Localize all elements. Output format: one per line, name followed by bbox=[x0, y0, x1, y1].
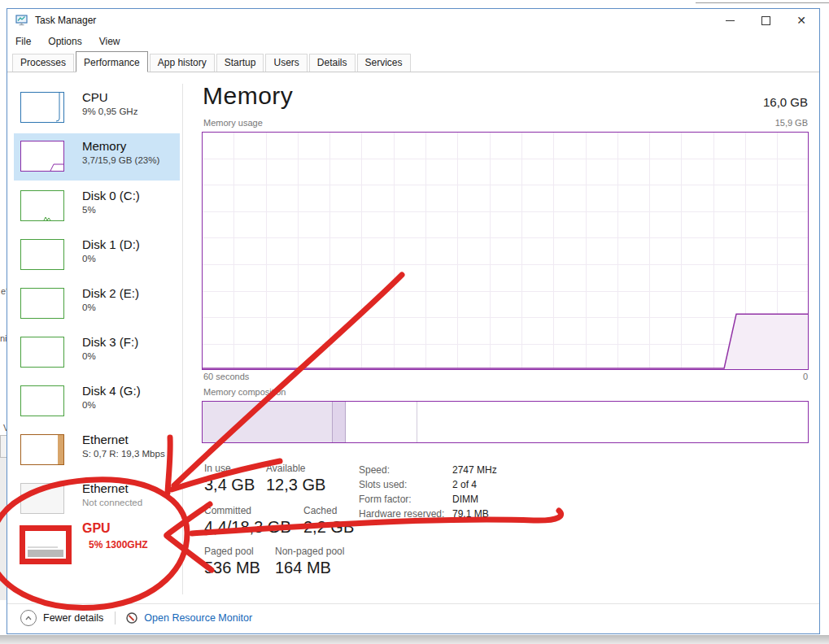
tab-processes[interactable]: Processes bbox=[12, 54, 74, 72]
sidebar-item-sub: 3,7/15,9 GB (23%) bbox=[82, 155, 159, 165]
fewer-details-label[interactable]: Fewer details bbox=[43, 612, 103, 624]
detail-value: 2747 MHz bbox=[452, 464, 497, 476]
detail-label: Form factor: bbox=[359, 494, 412, 505]
sidebar-item-label: Disk 3 (F:) bbox=[82, 335, 138, 349]
minimize-icon bbox=[726, 20, 735, 21]
disk-mini-graph bbox=[20, 288, 64, 319]
gpu-annotation-sub: 5% 1300GHZ bbox=[89, 539, 148, 550]
open-resource-monitor-link[interactable]: Open Resource Monitor bbox=[144, 612, 252, 624]
menu-options[interactable]: Options bbox=[48, 36, 90, 47]
usage-scale-max: 15,9 GB bbox=[775, 118, 808, 128]
task-manager-icon bbox=[15, 14, 28, 27]
stat-value: 3,4 GB bbox=[204, 476, 255, 494]
disk-mini-graph bbox=[20, 337, 64, 368]
cpu-mini-graph bbox=[20, 92, 64, 123]
stat-value: 12,3 GB bbox=[266, 476, 325, 494]
chevron-up-icon bbox=[24, 613, 33, 623]
background-line bbox=[696, 2, 829, 3]
composition-segment-in-use bbox=[203, 402, 333, 442]
sidebar-item-disk1[interactable]: Disk 1 (D:) 0% bbox=[14, 232, 180, 279]
memory-capacity: 16,0 GB bbox=[763, 95, 808, 109]
sidebar-item-sub: S: 0,7 R: 19,3 Mbps bbox=[82, 449, 165, 459]
tab-services[interactable]: Services bbox=[357, 54, 411, 72]
menu-view[interactable]: View bbox=[99, 36, 129, 47]
detail-value: 79,1 MB bbox=[452, 508, 489, 520]
detail-label: Hardware reserved: bbox=[359, 508, 444, 520]
sidebar-item-disk0[interactable]: Disk 0 (C:) 5% bbox=[14, 183, 180, 230]
resource-monitor-icon bbox=[125, 611, 138, 624]
footer-divider bbox=[115, 611, 116, 624]
stat-value: 2,2 GB bbox=[303, 518, 354, 537]
sidebar-item-label: Disk 1 (D:) bbox=[82, 237, 140, 251]
composition-segment-free bbox=[417, 402, 808, 442]
maximize-button[interactable] bbox=[748, 9, 783, 32]
gpu-annotation-label: GPU bbox=[82, 521, 111, 536]
stat-label: In use bbox=[204, 463, 231, 474]
background-window-fragment bbox=[0, 458, 7, 600]
disk-mini-graph bbox=[20, 385, 64, 416]
detail-label: Slots used: bbox=[359, 479, 407, 490]
tab-startup[interactable]: Startup bbox=[216, 54, 264, 72]
detail-value: 2 of 4 bbox=[452, 479, 477, 490]
sidebar-item-disk3[interactable]: Disk 3 (F:) 0% bbox=[14, 329, 180, 376]
maximize-icon bbox=[761, 16, 770, 25]
sidebar-item-disk2[interactable]: Disk 2 (E:) 0% bbox=[14, 281, 180, 328]
gpu-annotation-line bbox=[28, 546, 58, 548]
memory-mini-graph bbox=[20, 141, 64, 172]
window-title: Task Manager bbox=[35, 15, 96, 26]
minimize-button[interactable] bbox=[712, 9, 748, 32]
sidebar-item-label: Memory bbox=[82, 139, 126, 153]
usage-chart-label: Memory usage bbox=[203, 118, 263, 128]
stat-label: Paged pool bbox=[204, 546, 254, 557]
composition-segment-standby bbox=[346, 402, 418, 442]
sidebar-item-sub: Not connected bbox=[82, 498, 142, 507]
memory-usage-chart bbox=[202, 132, 809, 370]
tab-details[interactable]: Details bbox=[309, 54, 356, 72]
stat-value: 4,4/18,3 GB bbox=[204, 518, 291, 537]
stat-label: Committed bbox=[204, 505, 251, 516]
ethernet-mini-graph bbox=[20, 483, 64, 514]
x-axis-right-label: 0 bbox=[803, 372, 808, 381]
sidebar-item-label: Disk 0 (C:) bbox=[82, 189, 140, 202]
tab-app-history[interactable]: App history bbox=[150, 54, 215, 72]
sidebar-item-label: Ethernet bbox=[82, 433, 129, 446]
ethernet-mini-graph bbox=[20, 434, 64, 465]
stat-label: Available bbox=[266, 463, 305, 474]
titlebar[interactable]: Task Manager ✕ bbox=[7, 9, 819, 32]
sidebar-item-label: Disk 2 (E:) bbox=[82, 286, 139, 300]
page-title: Memory bbox=[203, 82, 293, 110]
sidebar-item-sub: 0% bbox=[82, 302, 96, 312]
detail-label: Speed: bbox=[359, 464, 390, 476]
tab-strip: Processes Performance App history Startu… bbox=[7, 51, 819, 72]
gpu-annotation-bar bbox=[28, 550, 63, 557]
menu-bar: File Options View bbox=[7, 32, 819, 51]
sidebar-item-sub: 0% bbox=[82, 400, 96, 410]
sidebar-item-label: Ethernet bbox=[82, 481, 129, 495]
disk-mini-graph bbox=[20, 190, 64, 221]
stat-label: Cached bbox=[303, 505, 337, 516]
sidebar-item-sub: 9% 0,95 GHz bbox=[82, 107, 137, 116]
sidebar-item-disk4[interactable]: Disk 4 (G:) 0% bbox=[14, 378, 180, 425]
sidebar-item-sub: 0% bbox=[82, 254, 96, 263]
menu-file[interactable]: File bbox=[15, 36, 40, 47]
gpu-annotation-thumbnail bbox=[20, 525, 72, 564]
disk-mini-graph bbox=[20, 239, 64, 270]
stat-value: 164 MB bbox=[275, 559, 331, 577]
sidebar-item-sub: 0% bbox=[82, 351, 96, 361]
detail-value: DIMM bbox=[452, 494, 478, 505]
stat-label: Non-paged pool bbox=[275, 546, 344, 557]
composition-segment-modified bbox=[333, 402, 346, 442]
sidebar-item-sub: 5% bbox=[82, 205, 96, 215]
footer-bar: Fewer details Open Resource Monitor bbox=[20, 609, 252, 627]
tab-performance[interactable]: Performance bbox=[76, 51, 148, 72]
sidebar-item-ethernet-disconnected[interactable]: Ethernet Not connected bbox=[14, 476, 180, 523]
sidebar-item-cpu[interactable]: CPU 9% 0,95 GHz bbox=[14, 85, 180, 132]
sidebar-item-ethernet[interactable]: Ethernet S: 0,7 R: 19,3 Mbps bbox=[14, 427, 180, 474]
fewer-details-button[interactable] bbox=[20, 610, 37, 626]
tab-users[interactable]: Users bbox=[265, 54, 307, 72]
sidebar-item-memory[interactable]: Memory 3,7/15,9 GB (23%) bbox=[14, 133, 180, 181]
stat-value: 536 MB bbox=[204, 559, 260, 577]
close-button[interactable]: ✕ bbox=[783, 9, 819, 32]
x-axis-left-label: 60 seconds bbox=[203, 372, 249, 381]
memory-composition-bar bbox=[202, 401, 809, 443]
